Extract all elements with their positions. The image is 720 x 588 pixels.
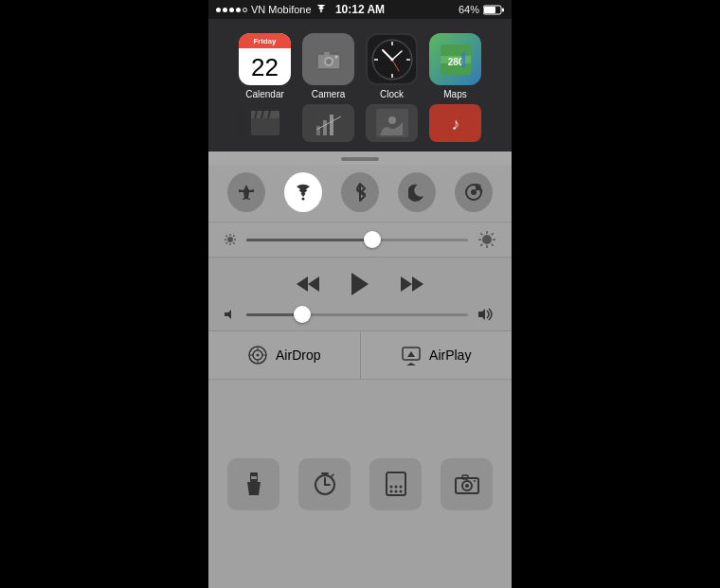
brightness-track[interactable] — [246, 239, 468, 241]
pull-handle[interactable] — [208, 151, 512, 165]
camera-quick-icon — [454, 472, 480, 495]
airdrop-icon — [247, 345, 268, 365]
svg-marker-67 — [478, 309, 485, 320]
brightness-thumb[interactable] — [364, 231, 381, 248]
svg-point-18 — [390, 58, 393, 61]
svg-rect-27 — [316, 126, 320, 135]
svg-text:♪: ♪ — [451, 115, 459, 134]
svg-point-35 — [302, 198, 305, 201]
maps-svg-icon: 280 — [441, 45, 471, 75]
battery-icon — [483, 5, 504, 15]
battery-percent: 64% — [459, 4, 479, 15]
dnd-toggle[interactable] — [398, 172, 436, 212]
svg-point-70 — [257, 354, 260, 357]
app-icon-camera[interactable]: Camera — [302, 33, 354, 99]
app-grid-row1: Friday 22 Calendar Camera — [229, 24, 491, 104]
status-bar: VN Mobifone 10:12 AM 64% — [208, 0, 512, 19]
brightness-row — [208, 222, 512, 257]
svg-marker-65 — [412, 276, 423, 292]
calendar-label: Calendar — [245, 89, 284, 99]
svg-line-58 — [492, 244, 494, 246]
svg-rect-80 — [251, 476, 257, 479]
svg-point-96 — [465, 484, 469, 488]
airplane-icon — [237, 183, 256, 202]
svg-marker-77 — [407, 351, 415, 357]
airplay-icon — [401, 345, 422, 365]
svg-rect-87 — [388, 475, 404, 481]
svg-rect-1 — [484, 7, 495, 13]
svg-marker-38 — [479, 190, 483, 192]
rewind-button[interactable] — [295, 274, 321, 294]
media-controls — [295, 272, 425, 296]
bluetooth-toggle[interactable] — [341, 172, 379, 212]
airplane-toggle[interactable] — [227, 172, 265, 212]
flashlight-button[interactable] — [227, 458, 279, 510]
svg-line-60 — [492, 233, 494, 235]
svg-point-89 — [394, 486, 397, 489]
clapper-icon — [249, 109, 281, 137]
moon-icon — [408, 183, 425, 202]
share-row: AirDrop AirPlay — [208, 330, 512, 379]
rotation-lock-icon — [463, 182, 484, 203]
carrier-label: VN Mobifone — [251, 4, 312, 15]
dot-3 — [229, 8, 234, 12]
calendar-day: Friday — [239, 33, 291, 48]
svg-point-37 — [471, 189, 477, 195]
photos-partial-icon — [376, 109, 408, 137]
forward-button[interactable] — [399, 274, 425, 294]
svg-rect-28 — [323, 120, 327, 135]
dot-2 — [223, 8, 227, 12]
volume-thumb[interactable] — [294, 306, 311, 323]
volume-track[interactable] — [246, 313, 468, 316]
svg-point-6 — [326, 59, 332, 64]
app-icon-clock[interactable]: Clock — [366, 33, 418, 99]
svg-rect-22 — [251, 116, 279, 135]
status-left: VN Mobifone — [216, 4, 327, 15]
svg-point-8 — [334, 55, 337, 58]
svg-point-90 — [399, 486, 402, 489]
svg-line-57 — [480, 233, 482, 235]
time-label: 10:12 AM — [335, 3, 385, 16]
airplay-button[interactable]: AirPlay — [361, 331, 513, 379]
app-icon-calendar[interactable]: Friday 22 Calendar — [239, 33, 291, 99]
svg-marker-62 — [308, 276, 319, 292]
camera-quick-button[interactable] — [441, 458, 493, 510]
calculator-icon — [385, 471, 407, 497]
toggle-row — [208, 165, 512, 222]
svg-marker-79 — [247, 482, 261, 495]
svg-point-52 — [482, 235, 492, 244]
app-icon-maps[interactable]: 280 Maps — [429, 33, 481, 99]
svg-point-92 — [394, 490, 397, 493]
svg-line-48 — [226, 236, 227, 237]
media-section — [208, 257, 512, 330]
music-partial-icon: ♪ — [440, 109, 472, 137]
wifi-toggle[interactable] — [284, 172, 322, 212]
control-center: AirDrop AirPlay — [208, 151, 512, 588]
clock-label: Clock — [380, 89, 404, 99]
svg-line-85 — [332, 474, 333, 476]
play-button[interactable] — [350, 272, 370, 296]
pull-handle-bar — [341, 157, 379, 161]
svg-point-88 — [389, 486, 392, 489]
svg-point-93 — [399, 490, 402, 493]
svg-rect-2 — [502, 8, 504, 11]
home-screen: Friday 22 Calendar Camera — [208, 19, 512, 170]
svg-marker-76 — [406, 363, 416, 365]
bars-icon — [313, 109, 345, 137]
brightness-fill — [246, 239, 372, 241]
clock-svg-icon — [370, 38, 414, 81]
svg-rect-7 — [324, 52, 330, 55]
quick-actions-row — [208, 379, 512, 588]
svg-line-30 — [316, 116, 341, 130]
volume-row — [208, 308, 512, 321]
rotation-toggle[interactable] — [455, 172, 493, 212]
phone-container: VN Mobifone 10:12 AM 64% Friday 22 C — [208, 0, 512, 588]
timer-button[interactable] — [298, 458, 351, 510]
svg-point-91 — [389, 490, 392, 493]
calculator-button[interactable] — [369, 458, 422, 510]
wifi-toggle-icon — [293, 184, 314, 201]
airdrop-button[interactable]: AirDrop — [208, 331, 361, 379]
svg-line-50 — [226, 242, 227, 243]
svg-marker-64 — [401, 276, 412, 292]
flashlight-icon — [243, 471, 264, 497]
